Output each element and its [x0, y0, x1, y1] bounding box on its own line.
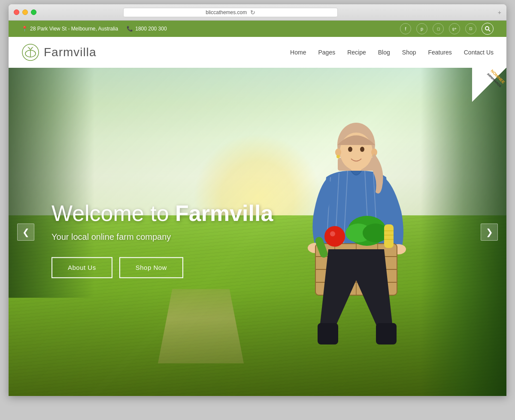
header: Farmvilla Home Pages Recipe Blog Shop Fe…	[9, 37, 506, 68]
nav-recipe[interactable]: Recipe	[347, 49, 366, 56]
carousel-prev-button[interactable]: ❮	[17, 224, 34, 241]
browser-buttons	[14, 9, 36, 15]
carousel-next-button[interactable]: ❯	[481, 224, 498, 241]
address-text: 28 Park View St - Melbourne, Australia	[30, 26, 118, 32]
nav-pages[interactable]: Pages	[318, 49, 335, 56]
location-icon: 📍	[21, 26, 28, 32]
website-content: 📍 28 Park View St - Melbourne, Australia…	[9, 21, 506, 396]
hero-content: Welcome to Farmvilla Your local online f…	[52, 201, 273, 278]
nav-home[interactable]: Home	[290, 49, 306, 56]
svg-point-9	[360, 147, 364, 152]
hero-buttons: About Us Shop Now	[52, 257, 273, 278]
hero-title-bold: Farmvilla	[175, 201, 273, 226]
instagram-icon[interactable]: ◻	[433, 23, 444, 34]
pinterest-icon[interactable]: p	[416, 23, 427, 34]
phone-info: 📞 1800 200 300	[127, 26, 167, 32]
top-bar-left: 📍 28 Park View St - Melbourne, Australia…	[21, 26, 167, 32]
hero-person	[283, 104, 429, 396]
minimize-button[interactable]	[22, 9, 28, 15]
hero-subtitle: Your local online farm company	[52, 232, 273, 242]
nav-shop[interactable]: Shop	[402, 49, 416, 56]
svg-rect-39	[318, 323, 338, 344]
phone-text: 1800 200 300	[135, 26, 167, 32]
search-button[interactable]	[482, 23, 494, 35]
facebook-icon[interactable]: f	[400, 23, 411, 34]
nav-blog[interactable]: Blog	[378, 49, 390, 56]
top-bar: 📍 28 Park View St - Melbourne, Australia…	[9, 21, 506, 37]
awards-badge: NOMINEE AWWWARDS	[472, 68, 506, 102]
person-svg	[292, 117, 421, 396]
nav-features[interactable]: Features	[428, 49, 452, 56]
browser-window: bliccathemes.com ↻ + 📍 28 Park View St -…	[9, 4, 506, 396]
svg-point-29	[324, 226, 345, 247]
logo-icon	[21, 43, 39, 61]
browser-actions: +	[498, 9, 501, 16]
svg-point-12	[336, 155, 340, 158]
svg-rect-40	[376, 323, 397, 344]
svg-point-8	[348, 147, 352, 152]
nav-contact[interactable]: Contact Us	[464, 49, 494, 56]
hero-title-part1: Welcome to	[52, 201, 175, 226]
about-us-button[interactable]: About Us	[52, 257, 112, 278]
hero-section: Welcome to Farmvilla Your local online f…	[9, 68, 506, 396]
maximize-button[interactable]	[31, 9, 36, 15]
browser-titlebar: bliccathemes.com ↻ +	[9, 4, 506, 21]
url-text: bliccathemes.com	[206, 9, 247, 15]
logo-text: Farmvilla	[44, 45, 97, 59]
phone-icon: 📞	[127, 26, 133, 32]
svg-rect-34	[384, 224, 394, 248]
googleplus-icon[interactable]: g+	[449, 23, 460, 34]
camera-icon[interactable]: ⊡	[465, 23, 476, 34]
logo: Farmvilla	[21, 43, 97, 61]
svg-line-1	[489, 30, 491, 32]
close-button[interactable]	[14, 9, 19, 15]
shop-now-button[interactable]: Shop Now	[119, 257, 183, 278]
new-tab-button[interactable]: +	[498, 9, 501, 16]
address-info: 📍 28 Park View St - Melbourne, Australia	[21, 26, 118, 32]
svg-point-0	[485, 27, 489, 30]
hero-title: Welcome to Farmvilla	[52, 201, 273, 226]
refresh-icon[interactable]: ↻	[250, 9, 255, 16]
svg-point-30	[330, 231, 335, 236]
top-bar-right: f p ◻ g+ ⊡	[400, 23, 494, 35]
url-bar[interactable]: bliccathemes.com ↻	[123, 8, 338, 17]
main-nav: Home Pages Recipe Blog Shop Features Con…	[290, 49, 494, 56]
